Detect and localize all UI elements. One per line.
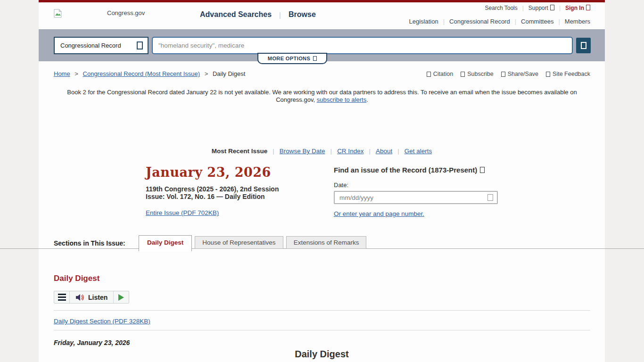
divider: |: [279, 11, 281, 19]
date-input[interactable]: [334, 191, 498, 204]
nav-browse[interactable]: Browse: [289, 10, 316, 19]
subscribe-icon: [461, 72, 465, 77]
nav-committees[interactable]: Committees: [521, 18, 553, 25]
tab-daily-digest[interactable]: Daily Digest: [139, 235, 192, 251]
issue-date-heading: January 23, 2026: [146, 165, 279, 180]
listen-player: Listen: [54, 291, 129, 304]
digest-center-title: Daily Digest: [39, 349, 605, 360]
share-save-link[interactable]: Share/Save: [501, 71, 538, 77]
tab-most-recent-issue: Most Recent Issue: [212, 148, 268, 155]
top-accent-bar: [39, 0, 605, 2]
chevron-down-icon: [313, 56, 317, 61]
listen-label: Listen: [88, 294, 107, 301]
breadcrumb-current: Daily Digest: [213, 70, 245, 77]
about-link[interactable]: About: [376, 148, 392, 155]
sections-label: Sections in This Issue:: [54, 239, 125, 247]
menu-icon: [58, 294, 66, 301]
breadcrumb-congressional-record[interactable]: Congressional Record (Most Recent Issue): [83, 70, 200, 77]
issue-volume-line: Issue: Vol. 172, No. 16 — Daily Edition: [146, 193, 279, 201]
citation-link[interactable]: Citation: [427, 71, 453, 77]
browse-by-date-link[interactable]: Browse By Date: [280, 148, 325, 155]
nav-congressional-record[interactable]: Congressional Record: [449, 18, 510, 25]
secondary-nav: Legislation | Congressional Record | Com…: [409, 18, 591, 25]
breadcrumb: Home > Congressional Record (Most Recent…: [54, 70, 245, 77]
search-button[interactable]: [576, 38, 591, 53]
subscribe-link[interactable]: Subscribe: [461, 71, 494, 77]
citation-icon: [427, 72, 431, 77]
search-scope-value: Congressional Record: [60, 42, 121, 49]
cr-index-link[interactable]: CR Index: [337, 148, 363, 155]
issue-finder: Find an issue of the Record (1873-Presen…: [334, 166, 498, 218]
issue-info: January 23, 2026 119th Congress (2025 - …: [146, 165, 279, 217]
date-label: Date:: [334, 181, 498, 189]
utility-nav: Search Tools | Support | Sign In: [485, 5, 590, 11]
sign-in-link[interactable]: Sign In: [565, 5, 590, 11]
divider: [54, 310, 590, 311]
section-tabs: Daily Digest House of Representatives Ex…: [139, 235, 366, 251]
share-icon: [501, 72, 505, 77]
search-icon: [581, 42, 586, 49]
site-feedback-link[interactable]: Site Feedback: [546, 71, 590, 77]
entire-issue-pdf-link[interactable]: Entire Issue (PDF 702KB): [146, 209, 219, 216]
player-menu-button[interactable]: [54, 291, 70, 303]
search-input[interactable]: [152, 37, 573, 54]
digest-date-line: Friday, January 23, 2026: [54, 339, 130, 346]
availability-alert: Book 2 for the Congressional Record date…: [55, 89, 589, 104]
play-icon: [118, 294, 124, 301]
more-options-button[interactable]: MORE OPTIONS: [257, 53, 327, 64]
page-actions: Citation Subscribe Share/Save Site Feedb…: [427, 71, 590, 77]
divider: [54, 330, 590, 330]
listen-button[interactable]: Listen: [70, 291, 113, 303]
primary-nav: Advanced Searches | Browse: [200, 10, 316, 19]
daily-digest-heading: Daily Digest: [54, 274, 99, 283]
get-alerts-link[interactable]: Get alerts: [405, 148, 432, 155]
search-scope-dropdown[interactable]: Congressional Record: [54, 37, 149, 54]
missing-glyph-icon: [586, 5, 590, 10]
dropdown-caret-icon: [137, 41, 143, 49]
tab-house-of-representatives[interactable]: House of Representatives: [195, 236, 283, 249]
search-tools-link[interactable]: Search Tools: [485, 5, 518, 11]
year-page-number-link[interactable]: Or enter year and page number.: [334, 210, 424, 217]
tab-extensions-of-remarks[interactable]: Extensions of Remarks: [286, 236, 367, 249]
missing-glyph-icon: [550, 5, 554, 10]
issue-nav: Most Recent Issue | Browse By Date | CR …: [39, 148, 605, 155]
congress-session-line: 119th Congress (2025 - 2026), 2nd Sessio…: [146, 186, 279, 193]
support-link[interactable]: Support: [528, 5, 554, 11]
subscribe-to-alerts-link[interactable]: subscribe to alerts: [317, 96, 367, 103]
daily-digest-pdf-link[interactable]: Daily Digest Section (PDF 328KB): [54, 318, 150, 325]
congress-logo-broken-image-icon[interactable]: [54, 9, 62, 20]
feedback-icon: [546, 72, 550, 77]
calendar-icon[interactable]: [487, 194, 493, 201]
nav-legislation[interactable]: Legislation: [409, 18, 438, 25]
finder-title: Find an issue of the Record (1873-Presen…: [334, 166, 498, 174]
nav-members[interactable]: Members: [565, 18, 590, 25]
breadcrumb-home[interactable]: Home: [54, 70, 70, 77]
nav-advanced-searches[interactable]: Advanced Searches: [200, 10, 272, 19]
help-icon: [480, 167, 485, 173]
speaker-icon: [75, 294, 85, 301]
play-button[interactable]: [113, 291, 129, 303]
logo-alt-text[interactable]: Congress.gov: [107, 9, 145, 16]
